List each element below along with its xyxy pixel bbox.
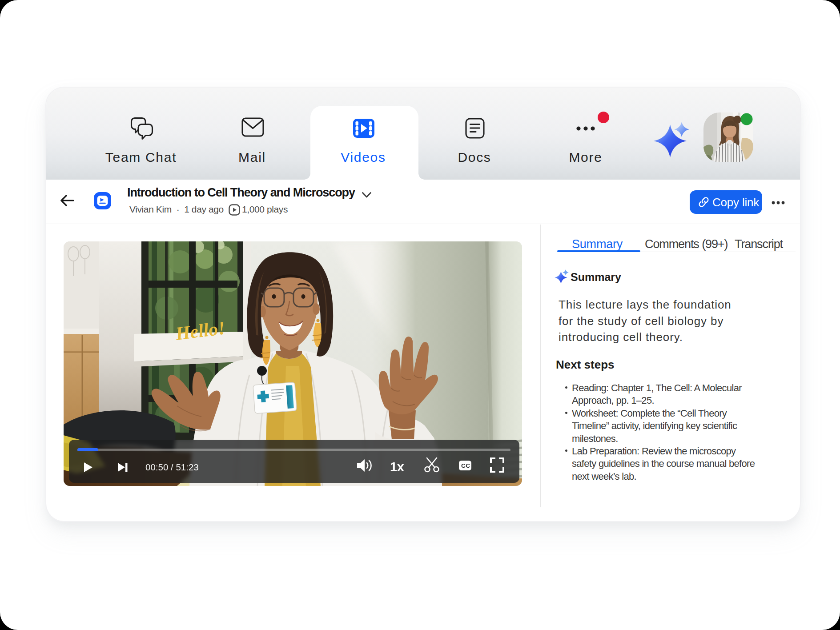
svg-text:CC: CC — [461, 462, 470, 469]
svg-text:1x: 1x — [390, 460, 404, 474]
svg-text:00:50 / 51:23: 00:50 / 51:23 — [145, 462, 199, 472]
